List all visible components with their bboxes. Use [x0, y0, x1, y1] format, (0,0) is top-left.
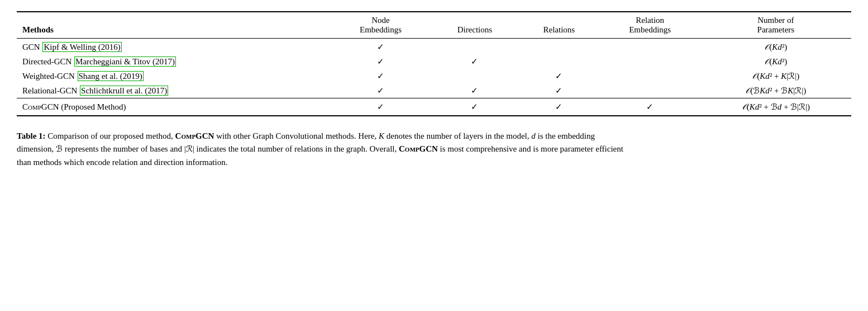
- directed-gcn-node-emb: ✓: [330, 54, 431, 69]
- method-name-weighted-gcn: Weighted-GCN Shang et al. (2019): [17, 69, 330, 83]
- table-row: GCN Kipf & Welling (2016) ✓ 𝒪(Kd²): [17, 39, 851, 55]
- compgcn-relations: ✓: [518, 98, 599, 116]
- reference-box: Schlichtkrull et al. (2017): [80, 86, 168, 96]
- gcn-relations: [518, 39, 599, 55]
- relational-gcn-params: 𝒪(ℬKd² + ℬK|ℛ|): [700, 83, 851, 98]
- directed-gcn-directions: ✓: [431, 54, 518, 69]
- table-row: Relational-GCN Schlichtkrull et al. (201…: [17, 83, 851, 98]
- directed-gcn-relation-emb: [600, 54, 700, 69]
- table-row: Weighted-GCN Shang et al. (2019) ✓ ✓ 𝒪(K…: [17, 69, 851, 83]
- method-name-compgcn: CompGCN (Proposed Method): [17, 98, 330, 116]
- compgcn-params: 𝒪(Kd² + ℬd + ℬ|ℛ|): [700, 98, 851, 116]
- relational-gcn-relations: ✓: [518, 83, 599, 98]
- col-header-node-embeddings: NodeEmbeddings: [330, 12, 431, 39]
- method-name-directed-gcn: Directed-GCN Marcheggiani & Titov (2017): [17, 54, 330, 69]
- col-header-relations: Relations: [518, 12, 599, 39]
- col-header-directions: Directions: [431, 12, 518, 39]
- table-row: Directed-GCN Marcheggiani & Titov (2017)…: [17, 54, 851, 69]
- compgcn-relation-emb: ✓: [600, 98, 700, 116]
- compgcn-directions: ✓: [431, 98, 518, 116]
- directed-gcn-params: 𝒪(Kd²): [700, 54, 851, 69]
- compgcn-caption-name-2: CompGCN: [399, 144, 438, 153]
- relational-gcn-node-emb: ✓: [330, 83, 431, 98]
- weighted-gcn-params: 𝒪(Kd² + K|ℛ|): [700, 69, 851, 83]
- relational-gcn-directions: ✓: [431, 83, 518, 98]
- col-header-relation-embeddings: RelationEmbeddings: [600, 12, 700, 39]
- directed-gcn-relations: [518, 54, 599, 69]
- compgcn-node-emb: ✓: [330, 98, 431, 116]
- reference-box: Marcheggiani & Titov (2017): [74, 56, 176, 67]
- gcn-directions: [431, 39, 518, 55]
- weighted-gcn-node-emb: ✓: [330, 69, 431, 83]
- weighted-gcn-relation-emb: [600, 69, 700, 83]
- reference-box: Shang et al. (2019): [78, 71, 144, 81]
- col-header-num-parameters: Number ofParameters: [700, 12, 851, 39]
- weighted-gcn-relations: ✓: [518, 69, 599, 83]
- caption-label: Table 1:: [17, 131, 46, 140]
- method-name-relational-gcn: Relational-GCN Schlichtkrull et al. (201…: [17, 83, 330, 98]
- weighted-gcn-directions: [431, 69, 518, 83]
- table-caption: Table 1: Comparison of our proposed meth…: [17, 130, 631, 169]
- method-name-gcn: GCN Kipf & Welling (2016): [17, 39, 330, 55]
- col-header-methods: Methods: [17, 12, 330, 39]
- reference-box: Kipf & Welling (2016): [42, 42, 121, 52]
- relational-gcn-relation-emb: [600, 83, 700, 98]
- gcn-relation-emb: [600, 39, 700, 55]
- footer-row-compgcn: CompGCN (Proposed Method) ✓ ✓ ✓ ✓ 𝒪(Kd² …: [17, 98, 851, 116]
- comparison-table-container: Methods NodeEmbeddings Directions Relati…: [17, 11, 851, 116]
- compgcn-caption-name: CompGCN: [175, 131, 214, 140]
- gcn-params: 𝒪(Kd²): [700, 39, 851, 55]
- gcn-node-emb: ✓: [330, 39, 431, 55]
- comparison-table: Methods NodeEmbeddings Directions Relati…: [17, 11, 851, 116]
